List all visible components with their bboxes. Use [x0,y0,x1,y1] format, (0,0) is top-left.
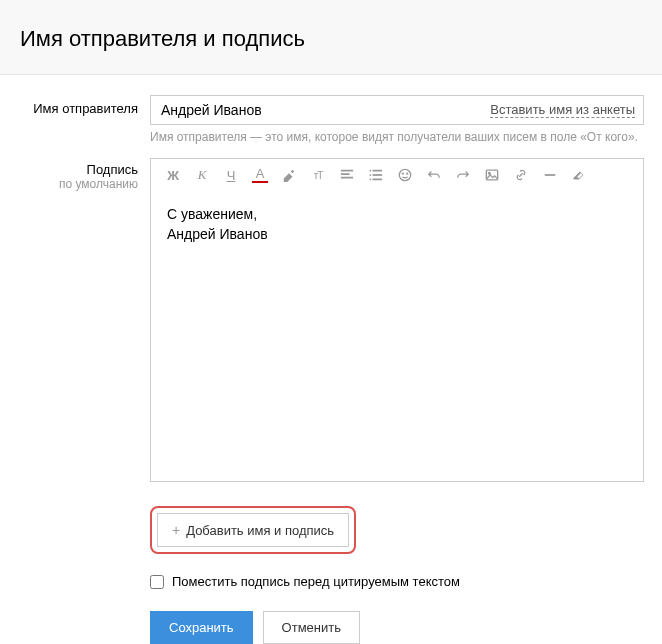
undo-icon[interactable] [426,167,442,183]
image-icon[interactable] [484,167,500,183]
content: Имя отправителя Вставить имя из анкеты И… [0,75,662,644]
page-header: Имя отправителя и подпись [0,0,662,75]
svg-point-10 [402,173,403,174]
svg-rect-2 [341,177,353,179]
emoji-icon[interactable] [397,167,413,183]
plus-icon: + [172,522,180,538]
sender-name-hint: Имя отправителя — это имя, которое видят… [150,130,644,144]
add-button-highlight: + Добавить имя и подпись [150,506,356,554]
action-buttons: Сохранить Отменить [150,611,644,644]
svg-rect-4 [373,174,383,176]
svg-point-9 [399,169,410,180]
insert-name-link[interactable]: Вставить имя из анкеты [490,102,635,119]
svg-point-7 [369,174,371,176]
place-before-quote-row[interactable]: Поместить подпись перед цитируемым текст… [150,574,644,589]
text-color-icon[interactable]: A [252,167,268,183]
svg-rect-14 [545,174,556,176]
font-size-icon[interactable]: тТ [310,167,326,183]
editor-toolbar: Ж К Ч A тТ [151,159,643,191]
place-before-quote-label: Поместить подпись перед цитируемым текст… [172,574,460,589]
sender-name-label: Имя отправителя [0,95,150,144]
svg-rect-12 [486,170,497,180]
svg-rect-3 [373,170,383,172]
svg-point-13 [489,172,491,174]
save-button[interactable]: Сохранить [150,611,253,644]
cancel-button[interactable]: Отменить [263,611,360,644]
signature-row: Подпись по умолчанию Ж К Ч A тТ [0,156,644,644]
list-icon[interactable] [368,167,384,183]
clear-format-icon[interactable] [571,167,587,183]
place-before-quote-checkbox[interactable] [150,575,164,589]
bold-icon[interactable]: Ж [165,167,181,183]
signature-textarea[interactable]: С уважением, Андрей Иванов [151,191,643,481]
underline-icon[interactable]: Ч [223,167,239,183]
svg-point-8 [369,179,371,181]
bg-color-icon[interactable] [281,167,297,183]
sender-name-input[interactable] [151,96,490,124]
page-title: Имя отправителя и подпись [20,26,642,52]
hr-icon[interactable] [542,167,558,183]
svg-rect-5 [373,179,383,181]
align-icon[interactable] [339,167,355,183]
signature-label: Подпись по умолчанию [0,156,150,644]
svg-point-11 [407,173,408,174]
signature-editor: Ж К Ч A тТ [150,158,644,482]
redo-icon[interactable] [455,167,471,183]
svg-rect-1 [341,173,350,175]
add-name-signature-button[interactable]: + Добавить имя и подпись [157,513,349,547]
svg-rect-0 [341,170,353,172]
svg-point-6 [369,170,371,172]
link-icon[interactable] [513,167,529,183]
sender-name-row: Имя отправителя Вставить имя из анкеты И… [0,95,644,144]
sender-name-input-wrap: Вставить имя из анкеты [150,95,644,125]
italic-icon[interactable]: К [194,167,210,183]
